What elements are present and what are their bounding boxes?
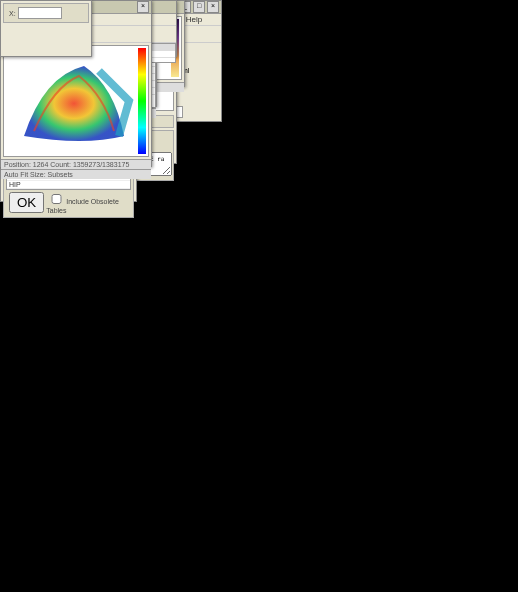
max-button[interactable]: □ bbox=[193, 1, 205, 13]
hist-controls: X: bbox=[0, 0, 92, 57]
x-field[interactable] bbox=[18, 7, 62, 19]
ok-button[interactable]: OK bbox=[9, 192, 44, 213]
colorbar bbox=[138, 48, 146, 154]
obsolete-check[interactable] bbox=[50, 194, 63, 204]
plane3-plot[interactable] bbox=[3, 45, 149, 157]
close-button[interactable]: × bbox=[137, 1, 149, 13]
close-button[interactable]: × bbox=[207, 1, 219, 13]
